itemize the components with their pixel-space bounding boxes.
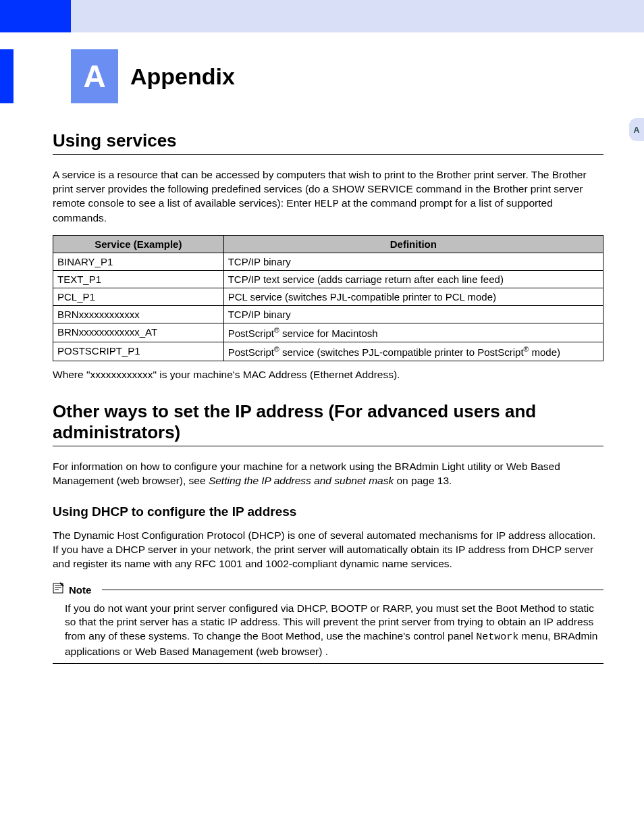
table-row: BRNxxxxxxxxxxxxTCP/IP binary <box>53 306 603 323</box>
service-name-cell: BRNxxxxxxxxxxxx <box>53 306 224 323</box>
services-intro-paragraph: A service is a resource that can be acce… <box>53 168 603 226</box>
text: on page 13. <box>394 475 452 486</box>
top-blue-block <box>0 0 71 32</box>
side-thumb-tab: A <box>629 118 644 141</box>
note-block: Note If you do not want your print serve… <box>53 582 603 664</box>
heading-using-services: Using services <box>53 130 603 155</box>
appendix-header: A Appendix <box>0 49 644 103</box>
table-row: TEXT_P1TCP/IP text service (adds carriag… <box>53 271 603 288</box>
service-name-cell: TEXT_P1 <box>53 271 224 288</box>
service-name-cell: POSTSCRIPT_P1 <box>53 342 224 361</box>
service-definition-cell: PostScript® service (switches PJL-compat… <box>223 342 603 361</box>
side-blue-strip <box>0 49 14 103</box>
note-body: If you do not want your print server con… <box>53 598 603 664</box>
table-header-definition: Definition <box>223 236 603 253</box>
appendix-letter-box: A <box>71 49 118 103</box>
table-row: BINARY_P1TCP/IP binary <box>53 253 603 271</box>
service-name-cell: BINARY_P1 <box>53 253 224 271</box>
service-definition-cell: TCP/IP binary <box>223 306 603 323</box>
table-row: BRNxxxxxxxxxxxx_ATPostScript® service fo… <box>53 323 603 342</box>
services-table: Service (Example) Definition BINARY_P1TC… <box>53 235 603 361</box>
inline-code-network: Network <box>476 631 518 643</box>
top-lavender-block <box>71 0 644 32</box>
page-content: Using services A service is a resource t… <box>0 103 644 684</box>
service-name-cell: BRNxxxxxxxxxxxx_AT <box>53 323 224 342</box>
heading-other-ways-ip: Other ways to set the IP address (For ad… <box>53 401 603 446</box>
dhcp-paragraph: The Dynamic Host Configuration Protocol … <box>53 529 603 571</box>
table-header-service: Service (Example) <box>53 236 224 253</box>
heading-using-dhcp: Using DHCP to configure the IP address <box>53 504 603 519</box>
service-definition-cell: PostScript® service for Macintosh <box>223 323 603 342</box>
service-name-cell: PCL_P1 <box>53 288 224 306</box>
mac-address-footnote: Where "xxxxxxxxxxxx" is your machine's M… <box>53 368 603 382</box>
service-definition-cell: TCP/IP text service (adds carriage retur… <box>223 271 603 288</box>
inline-code-help: HELP <box>315 199 339 210</box>
table-row: POSTSCRIPT_P1PostScript® service (switch… <box>53 342 603 361</box>
table-row: PCL_P1PCL service (switches PJL-compatib… <box>53 288 603 306</box>
services-table-body: BINARY_P1TCP/IP binaryTEXT_P1TCP/IP text… <box>53 253 603 361</box>
other-ways-paragraph: For information on how to configure your… <box>53 460 603 488</box>
cross-reference-link[interactable]: Setting the IP address and subnet mask <box>209 475 394 486</box>
service-definition-cell: PCL service (switches PJL-compatible pri… <box>223 288 603 306</box>
note-icon <box>53 582 65 598</box>
top-color-band <box>0 0 644 32</box>
note-label: Note <box>69 584 91 596</box>
service-definition-cell: TCP/IP binary <box>223 253 603 271</box>
appendix-title: Appendix <box>118 49 235 103</box>
note-rule-line <box>102 590 603 590</box>
